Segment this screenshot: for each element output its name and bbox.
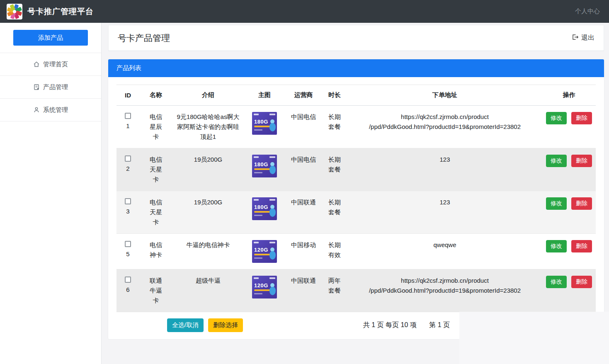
- operator: 中国移动: [285, 234, 322, 269]
- edit-button[interactable]: 修改: [546, 155, 567, 167]
- delete-button[interactable]: 删除: [571, 276, 592, 288]
- user-icon: [33, 107, 40, 113]
- delete-button[interactable]: 删除: [571, 240, 592, 252]
- mascot-illustration: [269, 248, 276, 260]
- row-id: 3: [120, 207, 136, 216]
- row-id: 2: [120, 164, 136, 173]
- page-header: 号卡产品管理 退出: [108, 25, 604, 51]
- operator: 中国联通: [285, 191, 322, 234]
- product-intro: 19员200G: [194, 197, 222, 207]
- sidebar-item-label: 产品管理: [43, 83, 68, 91]
- logout-icon: [572, 34, 579, 42]
- mascot-illustration: [269, 205, 276, 217]
- product-image-label: 180G: [254, 204, 268, 210]
- delete-selected-button[interactable]: 删除选择: [208, 318, 243, 332]
- header-name: 名称: [139, 85, 172, 106]
- top-navbar: 号卡推广管理平台 个人中心: [0, 0, 609, 23]
- select-all-button[interactable]: 全选/取消: [167, 318, 204, 332]
- operator: 中国联通: [285, 269, 322, 312]
- row-id: 1: [120, 121, 136, 131]
- sidebar: 添加产品 管理首页 产品管理 系统管理: [0, 23, 102, 364]
- operator: 中国电信: [285, 148, 322, 191]
- mascot-illustration: [269, 283, 276, 296]
- product-image-label: 120G: [254, 282, 268, 289]
- product-name: 电信星辰卡: [149, 112, 163, 142]
- mascot-illustration: [269, 119, 276, 132]
- row-checkbox[interactable]: [125, 113, 131, 119]
- row-checkbox[interactable]: [125, 198, 131, 204]
- delete-button[interactable]: 删除: [571, 112, 592, 124]
- sidebar-item-home[interactable]: 管理首页: [0, 53, 101, 76]
- duration: 两年套餐: [328, 276, 342, 296]
- duration: 长期套餐: [328, 112, 342, 132]
- row-checkbox[interactable]: [125, 155, 131, 162]
- product-table: ID 名称 介绍 主图 运营商 时长 下单地址 操作 1 电信星辰卡 9元180…: [116, 85, 596, 312]
- header-image: 主图: [244, 85, 285, 106]
- sidebar-item-system[interactable]: 系统管理: [0, 99, 101, 121]
- operator: 中国电信: [285, 106, 322, 148]
- logout-button[interactable]: 退出: [572, 34, 594, 42]
- product-image: 180G: [252, 112, 277, 135]
- header-url: 下单地址: [347, 85, 542, 106]
- table-row: 1 电信星辰卡 9元180G哈哈哈as啊大家阿斯达卡省的去啊哇顶起1 180G …: [116, 106, 596, 148]
- table-row: 2 电信天星卡 19员200G 180G 中国电信 长期套餐 123 修改 删除: [116, 148, 596, 191]
- duration: 长期套餐: [328, 155, 342, 175]
- sidebar-item-label: 管理首页: [43, 61, 68, 68]
- mascot-illustration: [269, 162, 276, 175]
- header-id: ID: [116, 85, 139, 106]
- header-duration: 时长: [322, 85, 347, 106]
- row-id: 6: [120, 285, 136, 294]
- table-header-row: ID 名称 介绍 主图 运营商 时长 下单地址 操作: [116, 85, 596, 106]
- product-name: 电信神卡: [149, 240, 163, 260]
- table-row: 6 联通牛逼卡 超级牛逼 120G 中国联通 两年套餐 https://qk2c…: [116, 269, 596, 312]
- duration: 长期有效: [328, 240, 342, 260]
- product-image-label: 180G: [254, 161, 268, 167]
- page-summary: 共 1 页 每页 10 项: [363, 321, 417, 328]
- pagination: 共 1 页 每页 10 项 第 1 页: [363, 321, 450, 330]
- user-center-link[interactable]: 个人中心: [575, 7, 600, 15]
- row-checkbox[interactable]: [125, 277, 131, 283]
- product-name: 电信天星卡: [149, 197, 163, 227]
- product-image: 120G: [252, 276, 277, 298]
- home-icon: [33, 61, 40, 68]
- table-row: 5 电信神卡 牛逼的电信神卡 120G 中国移动 长期有效 qweqwe 修改 …: [116, 234, 596, 269]
- product-intro: 超级牛逼: [196, 276, 221, 286]
- product-image-label: 120G: [254, 247, 268, 253]
- app-title: 号卡推广管理平台: [27, 6, 94, 17]
- sidebar-item-label: 系统管理: [43, 106, 68, 114]
- product-image-label: 180G: [254, 119, 268, 125]
- product-intro: 牛逼的电信神卡: [187, 240, 230, 250]
- table-row: 3 电信天星卡 19员200G 180G 中国联通 长期套餐 123 修改 删除: [116, 191, 596, 234]
- order-url: 123: [347, 191, 542, 234]
- row-checkbox[interactable]: [125, 241, 131, 247]
- edit-button[interactable]: 修改: [546, 197, 567, 210]
- panel-title: 产品列表: [108, 59, 604, 77]
- product-intro: 19员200G: [194, 155, 222, 165]
- row-id: 5: [120, 250, 136, 259]
- edit-button[interactable]: 修改: [546, 276, 567, 288]
- order-url: https://qk2csf.zjrmob.cn/product /ppd/Pd…: [347, 269, 542, 312]
- order-url: https://qk2csf.zjrmob.cn/product /ppd/Pd…: [347, 106, 542, 148]
- product-name: 联通牛逼卡: [149, 276, 163, 306]
- order-url: qweqwe: [347, 234, 542, 269]
- logout-label: 退出: [581, 34, 594, 42]
- overlay-panel: [459, 312, 609, 364]
- page-title: 号卡产品管理: [118, 32, 170, 44]
- product-name: 电信天星卡: [149, 155, 163, 184]
- product-image: 180G: [252, 155, 277, 177]
- product-image: 180G: [252, 197, 277, 220]
- edit-button[interactable]: 修改: [546, 240, 567, 252]
- product-intro: 9元180G哈哈哈as啊大家阿斯达卡省的去啊哇顶起1: [176, 112, 240, 142]
- sidebar-item-products[interactable]: 产品管理: [0, 76, 101, 99]
- header-actions: 操作: [542, 85, 596, 106]
- header-intro: 介绍: [172, 85, 244, 106]
- app-logo-icon: [7, 4, 22, 19]
- delete-button[interactable]: 删除: [571, 197, 592, 210]
- add-product-button[interactable]: 添加产品: [13, 30, 88, 46]
- edit-button[interactable]: 修改: [546, 112, 567, 124]
- product-image: 120G: [252, 240, 277, 263]
- delete-button[interactable]: 删除: [571, 155, 592, 167]
- document-icon: [33, 84, 40, 90]
- duration: 长期套餐: [328, 197, 342, 217]
- header-operator: 运营商: [285, 85, 322, 106]
